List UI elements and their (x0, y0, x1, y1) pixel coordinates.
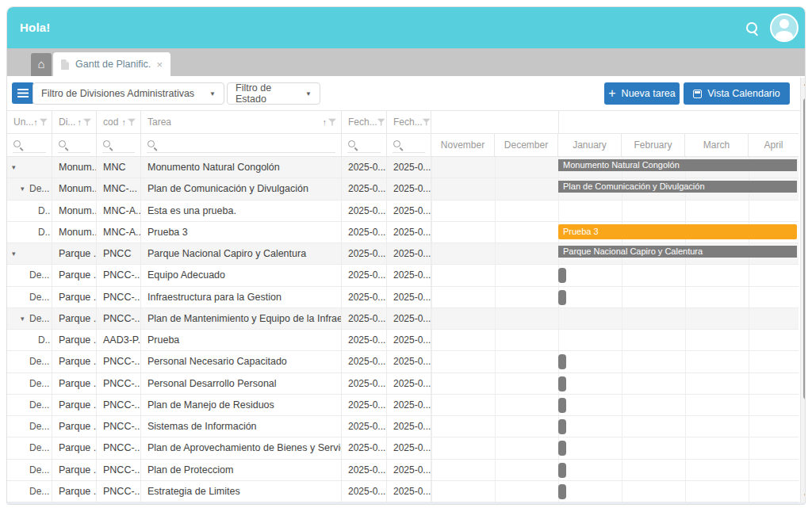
grid-row[interactable]: ▾De...Parque ...PNCC-...Plan de Mantenim… (7, 308, 799, 330)
grid-row[interactable]: De...Parque ...PNCC-...Infraestructura p… (7, 287, 799, 308)
filter-cell-di[interactable] (52, 134, 97, 157)
divisions-filter-dropdown[interactable]: Filtro de Divisiones Administrativas ▼ (33, 82, 224, 105)
column-header-un[interactable]: Un...↑ (7, 111, 52, 134)
search-icon[interactable] (746, 22, 760, 36)
tree-cell[interactable]: D.. (7, 201, 52, 221)
gantt-bar-small[interactable] (558, 376, 566, 392)
tree-cell[interactable]: De... (7, 373, 52, 394)
tree-cell[interactable]: De... (7, 395, 52, 415)
expand-arrow-icon[interactable]: ▾ (21, 185, 29, 193)
new-task-button[interactable]: + Nueva tarea (604, 82, 680, 105)
gantt-bar-small[interactable] (558, 354, 566, 369)
filter-cell-un[interactable] (7, 134, 52, 157)
tree-cell[interactable]: ▾De... (7, 308, 52, 329)
user-avatar[interactable] (770, 13, 799, 42)
fecha-fin-cell: 2025-0... (387, 222, 431, 243)
magnifier-icon (348, 140, 358, 151)
sort-asc-icon[interactable]: ↑ (323, 117, 327, 127)
filter-funnel-icon[interactable] (83, 118, 91, 126)
tab-close-icon[interactable]: × (156, 59, 163, 70)
gantt-cell (431, 330, 799, 350)
sort-asc-icon[interactable]: ↑ (78, 117, 82, 127)
home-tab[interactable]: ⌂ (31, 53, 52, 76)
expand-arrow-icon[interactable]: ▾ (12, 163, 21, 171)
gantt-bar-task[interactable]: Prueba 3 (558, 224, 797, 239)
fecha-fin-cell: 2025-0... (387, 287, 431, 307)
filter-funnel-icon[interactable] (40, 118, 48, 126)
filter-funnel-icon[interactable] (128, 118, 136, 126)
tree-cell[interactable]: De... (7, 481, 52, 502)
grid-row[interactable]: D..Monum...MNC-A...Prueba 32025-0...2025… (7, 222, 799, 243)
gantt-month-header: NovemberDecemberJanuaryFebruaryMarchApri… (431, 134, 799, 157)
tab-gantt-planificacion[interactable]: Gantt de Planific... × (53, 52, 170, 76)
tree-cell[interactable]: De... (7, 460, 52, 480)
grid-row[interactable]: D..Monum...MNC-A...Esta es una prueba.20… (7, 201, 799, 222)
filter-cell-cod[interactable] (97, 134, 141, 157)
filter-cell-f1[interactable] (342, 134, 387, 157)
tree-cell[interactable]: D.. (7, 222, 52, 243)
filter-funnel-icon[interactable] (423, 118, 431, 126)
filter-funnel-icon[interactable] (377, 118, 385, 126)
gantt-bar-small[interactable] (558, 398, 566, 413)
gantt-bar-small[interactable] (558, 484, 566, 499)
tree-cell[interactable]: De... (7, 265, 52, 285)
filter-cell-f2[interactable] (387, 134, 431, 157)
menu-button[interactable] (12, 82, 34, 104)
document-icon (61, 59, 69, 70)
grid-row[interactable]: De...Parque ...PNCC-...Sistemas de Infor… (7, 416, 799, 437)
gantt-bar-small[interactable] (558, 290, 566, 305)
fecha-inicio-cell: 2025-0... (342, 157, 387, 178)
vertical-scrollbar[interactable]: ▲ ▼ (800, 78, 806, 502)
grid-row[interactable]: ▾Monum...MNCMonumento Natural Congolón20… (7, 157, 799, 178)
grid-row[interactable]: D..Parque ...AAD3-P...Prueba2025-0...202… (7, 330, 799, 351)
expand-arrow-icon[interactable]: ▾ (21, 315, 29, 323)
scroll-up-icon[interactable]: ▲ (801, 79, 806, 89)
scroll-down-icon[interactable]: ▼ (801, 491, 806, 501)
fecha-inicio-cell: 2025-0... (342, 265, 387, 285)
calendar-view-button[interactable]: Vista Calendario (684, 82, 790, 105)
tree-cell[interactable]: D.. (7, 330, 52, 350)
grid-bottom-strip (7, 502, 806, 505)
grid-row[interactable]: ▾De...Monum...MNC-...Plan de Comunicació… (7, 178, 799, 200)
filter-cell-tarea[interactable] (141, 134, 342, 157)
gantt-bar-summary[interactable]: Plan de Comunicación y Divulgación (558, 181, 797, 193)
column-header-f1[interactable]: Fech... (342, 111, 387, 134)
gantt-bar-small[interactable] (558, 268, 566, 283)
gantt-bar-small[interactable] (558, 463, 566, 478)
grid-row[interactable]: De...Parque ...PNCC-...Personal Necesari… (7, 351, 799, 372)
scrollbar-thumb[interactable] (803, 98, 806, 399)
column-label: cod (103, 116, 118, 128)
column-header-cod[interactable]: cod↑ (97, 111, 141, 134)
gantt-cell: Monumento Natural Congolón (431, 157, 799, 178)
grid-row[interactable]: De...Parque ...PNCC-...Plan de Proteccio… (7, 460, 799, 481)
di-cell: Parque ... (52, 287, 97, 307)
filter-funnel-icon[interactable] (328, 118, 336, 126)
di-cell: Parque ... (52, 437, 97, 458)
sort-asc-icon[interactable]: ↑ (33, 117, 38, 127)
tree-cell[interactable]: ▾ (7, 243, 52, 264)
grid-row[interactable]: ▾Parque ...PNCCParque Nacional Capiro y … (7, 243, 799, 265)
gantt-bar-small[interactable] (558, 419, 566, 434)
grid-row[interactable]: De...Parque ...PNCC-...Equipo Adecuado20… (7, 265, 799, 286)
gantt-bar-summary[interactable]: Monumento Natural Congolón (558, 159, 797, 171)
tree-cell[interactable]: De... (7, 351, 52, 372)
tree-cell[interactable]: De... (7, 416, 52, 437)
grid-row[interactable]: De...Parque ...PNCC-...Estrategia de Lim… (7, 481, 799, 502)
gantt-bar-small[interactable] (558, 441, 566, 456)
expand-arrow-icon[interactable]: ▾ (12, 250, 21, 258)
gantt-bar-summary[interactable]: Parque Nacional Capiro y Calentura (558, 246, 797, 258)
column-header-f2[interactable]: Fech... (387, 111, 431, 134)
grid-row[interactable]: De...Parque ...PNCC-...Plan de Aprovecha… (7, 437, 799, 459)
grid-row[interactable]: De...Parque ...PNCC-...Plan de Manejo de… (7, 395, 799, 416)
tree-cell[interactable]: De... (7, 437, 52, 458)
sort-asc-icon[interactable]: ↑ (122, 117, 127, 127)
column-label: Fech... (393, 116, 423, 128)
tree-cell[interactable]: De... (7, 287, 52, 307)
tree-cell[interactable]: ▾ (7, 157, 52, 178)
tree-cell[interactable]: ▾De... (7, 178, 52, 199)
column-header-tarea[interactable]: Tarea↑ (141, 111, 342, 134)
column-header-di[interactable]: Di...↑ (52, 111, 97, 134)
grid-row[interactable]: De...Parque ...PNCC-...Personal Desarrol… (7, 373, 799, 395)
fecha-fin-cell: 2025-0... (387, 201, 431, 221)
state-filter-dropdown[interactable]: Filtro de Estado ▼ (227, 82, 320, 105)
